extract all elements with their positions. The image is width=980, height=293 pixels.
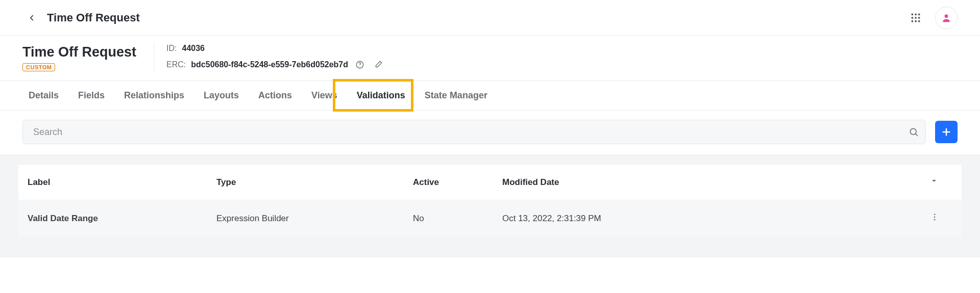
search-wrap (22, 120, 926, 144)
svg-point-11 (359, 66, 360, 67)
object-header-right: ID: 44036 ERC: bdc50680-f84c-5248-e559-7… (154, 43, 385, 71)
svg-rect-7 (915, 20, 916, 22)
tab-details[interactable]: Details (29, 81, 59, 110)
back-button[interactable] (24, 11, 39, 25)
svg-rect-8 (918, 20, 920, 22)
search-input[interactable] (22, 120, 926, 144)
page-title: Time Off Request (47, 11, 140, 24)
cell-label: Valid Date Range (18, 200, 207, 237)
table-header-row: Label Type Active Modified Date (18, 165, 962, 200)
erc-help-button[interactable] (353, 58, 366, 71)
id-value: 44036 (182, 44, 205, 53)
toolbar (0, 111, 980, 144)
svg-point-16 (934, 214, 936, 216)
help-circle-icon (355, 60, 364, 69)
col-header-active[interactable]: Active (404, 165, 493, 200)
object-header: Time Off Request CUSTOM ID: 44036 ERC: b… (0, 36, 980, 81)
columns-menu-button[interactable] (930, 177, 938, 185)
cell-actions (921, 200, 962, 237)
avatar-button[interactable] (935, 7, 958, 29)
object-name: Time Off Request (22, 44, 136, 60)
svg-point-18 (934, 219, 936, 221)
cell-modified: Oct 13, 2022, 2:31:39 PM (493, 200, 921, 237)
col-header-label[interactable]: Label (18, 165, 207, 200)
erc-value: bdc50680-f84c-5248-e559-7eb6d052eb7d (191, 60, 348, 69)
table-row[interactable]: Valid Date Range Expression Builder No O… (18, 200, 962, 237)
svg-point-17 (934, 217, 936, 218)
tab-layouts[interactable]: Layouts (204, 81, 239, 110)
svg-rect-4 (915, 17, 916, 18)
tab-validations[interactable]: Validations (357, 81, 405, 110)
tabs: Details Fields Relationships Layouts Act… (0, 81, 980, 111)
custom-badge: CUSTOM (22, 63, 55, 71)
erc-line: ERC: bdc50680-f84c-5248-e559-7eb6d052eb7… (166, 58, 385, 71)
caret-down-icon (930, 177, 938, 185)
col-header-menu (921, 165, 962, 200)
svg-rect-1 (915, 13, 916, 15)
cell-active: No (404, 200, 493, 237)
topbar: Time Off Request (0, 0, 980, 36)
tab-state-manager[interactable]: State Manager (425, 81, 487, 110)
more-vertical-icon (930, 212, 939, 222)
tab-actions[interactable]: Actions (258, 81, 292, 110)
chevron-left-icon (27, 13, 36, 22)
tab-views[interactable]: Views (311, 81, 337, 110)
svg-rect-2 (918, 13, 920, 15)
col-header-modified[interactable]: Modified Date (493, 165, 921, 200)
pencil-icon (374, 60, 383, 69)
svg-rect-0 (912, 13, 913, 15)
user-icon (941, 13, 951, 23)
table-area: Label Type Active Modified Date Valid Da… (0, 154, 980, 257)
plus-icon (941, 126, 952, 138)
row-actions-button[interactable] (930, 212, 939, 222)
object-header-left: Time Off Request CUSTOM (22, 43, 149, 71)
tab-relationships[interactable]: Relationships (124, 81, 184, 110)
validations-table: Label Type Active Modified Date Valid Da… (18, 165, 962, 237)
id-line: ID: 44036 (166, 44, 385, 53)
add-button[interactable] (935, 121, 958, 143)
erc-label: ERC: (166, 60, 186, 69)
svg-rect-3 (912, 17, 913, 18)
id-label: ID: (166, 44, 177, 53)
apps-button[interactable] (906, 9, 925, 27)
svg-rect-6 (912, 20, 913, 22)
tab-fields[interactable]: Fields (78, 81, 105, 110)
erc-edit-button[interactable] (372, 58, 385, 71)
cell-type: Expression Builder (207, 200, 404, 237)
col-header-type[interactable]: Type (207, 165, 404, 200)
svg-rect-5 (918, 17, 920, 18)
svg-point-9 (945, 14, 948, 18)
grid-icon (911, 13, 921, 23)
